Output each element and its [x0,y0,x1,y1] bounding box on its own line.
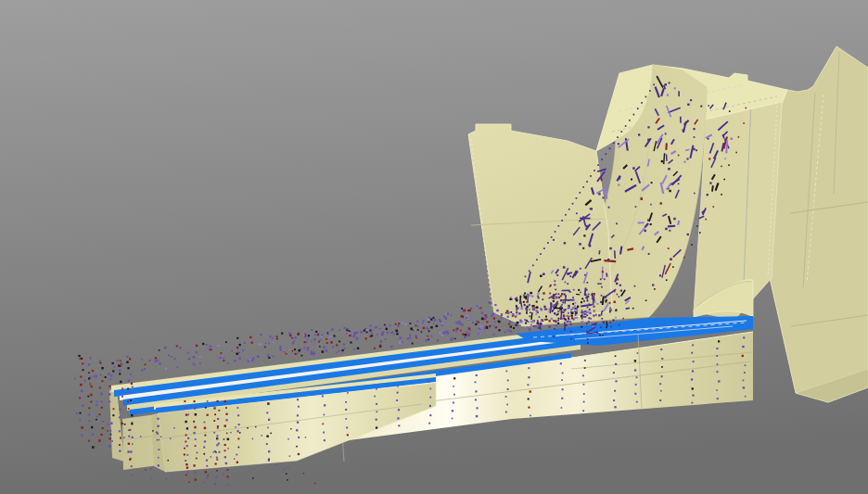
inspection-point [567,315,568,317]
inspection-point [509,298,511,300]
inspection-point [529,328,531,331]
inspection-point [479,308,480,310]
inspection-point [82,362,83,364]
inspection-point [453,394,455,396]
inspection-point [513,327,515,329]
inspection-point [298,453,300,455]
inspection-point [653,84,655,86]
inspection-point [194,407,197,410]
inspection-point [179,347,181,348]
inspection-point [127,367,129,369]
inspection-point [507,330,509,332]
inspection-point [384,324,386,326]
inspection-point [579,243,581,246]
inspection-point [543,247,545,249]
inspection-point [186,454,188,456]
inspection-point [249,336,251,338]
inspection-point [144,368,146,370]
inspection-point [613,319,615,321]
inspection-point [379,328,381,330]
inspection-point [708,158,710,159]
inspection-point [275,464,277,466]
inspection-point [568,299,570,301]
inspection-point [102,421,104,423]
inspection-point [610,326,612,328]
inspection-point [80,384,83,386]
inspection-point [244,342,246,344]
inspection-point [744,372,746,374]
inspection-point [587,300,589,302]
inspection-point [269,336,271,337]
inspection-point [203,453,205,455]
inspection-point [224,400,226,402]
inspection-point [217,438,219,440]
inspection-point [92,370,94,372]
inspection-point [556,274,558,276]
inspection-point [129,459,131,461]
inspection-point [721,194,722,196]
inspection-point [354,332,356,334]
inspection-point [227,469,229,471]
inspection-point [461,315,464,318]
deviation-mark [627,248,633,249]
inspection-point [694,193,696,195]
inspection-point [321,336,323,337]
inspection-point [110,434,112,436]
inspection-point [222,356,223,358]
inspection-point [193,432,195,434]
deviation-mark [585,287,586,296]
inspection-point [634,369,636,371]
inspection-point [237,437,239,439]
inspection-point [131,383,133,385]
inspection-point [207,400,209,402]
inspection-point [668,247,670,249]
inspection-point [606,153,607,155]
inspection-point [568,291,570,293]
inspection-point [356,337,358,339]
inspection-point [723,179,725,181]
inspection-point [126,356,128,358]
inspection-point [255,426,257,428]
inspection-point [326,332,328,334]
inspection-point [534,307,536,309]
inspection-point [453,329,454,331]
inspection-point [633,114,635,116]
inspection-point [332,347,334,348]
inspection-point [187,437,189,439]
inspection-point [570,309,572,310]
inspection-point [386,328,388,330]
inspection-point [578,289,580,291]
inspection-point [398,409,400,411]
inspection-point [570,331,572,333]
inspection-point [625,125,627,127]
inspection-point [385,338,387,340]
inspection-point [91,426,93,428]
inspection-point [587,338,589,340]
inspection-point [501,313,503,315]
inspection-point [230,432,232,434]
inspection-point [267,402,269,404]
inspection-point [507,316,509,318]
inspection-point [268,459,270,461]
inspection-point [112,362,114,364]
inspection-point [602,271,604,272]
inspection-point [622,318,624,320]
inspection-point [455,330,457,332]
inspection-point [298,406,300,408]
inspection-point [738,136,740,138]
inspection-point [637,352,639,354]
cad-3d-viewport[interactable] [0,0,868,494]
inspection-point [218,345,220,347]
inspection-point [638,133,640,135]
inspection-point [216,459,218,461]
inspection-point [537,296,539,298]
inspection-point [346,427,348,429]
inspection-point [293,340,295,342]
inspection-point [632,167,635,170]
inspection-point [479,325,481,327]
inspection-point [311,340,313,342]
inspection-point [536,306,539,309]
inspection-point [150,477,152,479]
inspection-point [735,152,737,154]
inspection-point [530,312,531,314]
